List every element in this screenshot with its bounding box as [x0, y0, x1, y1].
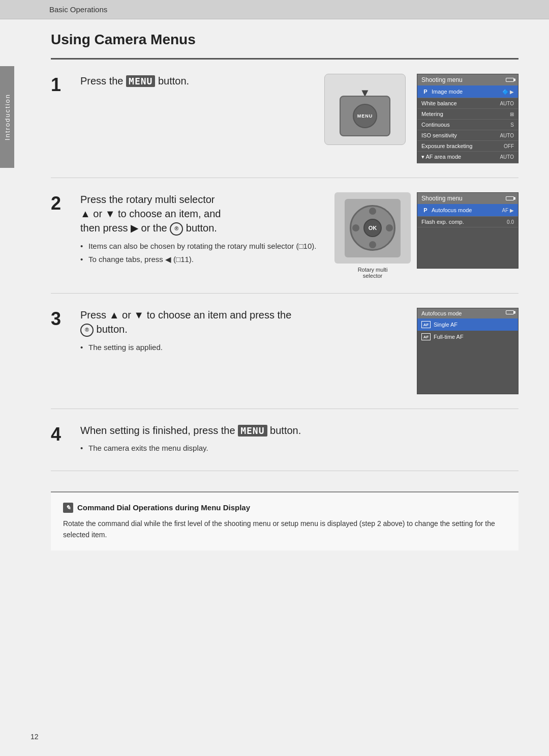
step-1-text: Press the MENU button. — [80, 74, 314, 88]
main-content: Using Camera Menus 1 Press the MENU butt… — [20, 19, 549, 591]
step-3-number: 3 — [51, 308, 70, 328]
menu-title-2: Shooting menu — [421, 195, 463, 202]
rotary-container: OK Rotary multiselector — [334, 192, 411, 279]
menu-value-4: AUTO — [500, 133, 514, 138]
sidebar-label: Introduction — [4, 94, 11, 140]
menu-row-2: Metering ⊞ — [417, 109, 518, 120]
af-item-full: Full-time AF — [434, 334, 464, 340]
step-3-bullets: The setting is applied. — [80, 342, 407, 354]
menu-value-0: 🔷 ▶ — [502, 89, 514, 95]
step-4: 4 When setting is finished, press the ME… — [51, 409, 518, 471]
step-3-text: Press ▲ or ▼ to choose an item and press… — [80, 308, 407, 337]
menu-item-5: Exposure bracketing — [421, 143, 472, 149]
menu-row-4: ISO sensitivity AUTO — [417, 130, 518, 141]
bullet-2-1: Items can also be chosen by rotating the… — [80, 241, 324, 252]
menu-item-6: ▾ AF area mode — [421, 154, 461, 160]
page-number: 12 — [30, 733, 39, 741]
menu-key-1: MENU — [126, 75, 155, 87]
step-1: 1 Press the MENU button. ▼ MENU — [51, 60, 518, 178]
menu-value-3: S — [510, 122, 514, 128]
menu-value-af: AF ▶ — [502, 208, 514, 213]
section-label: Basic Operations — [49, 5, 107, 14]
p-icon-2: P — [421, 206, 430, 214]
bullet-3-1: The setting is applied. — [80, 342, 407, 354]
menu-value-flash: 0.0 — [507, 219, 514, 225]
menu-item-3: Continuous — [421, 122, 450, 128]
note-title-text: Command Dial Operations during Menu Disp… — [77, 503, 250, 512]
p-icon: P — [421, 88, 430, 96]
step-4-bullets: The camera exits the menu display. — [80, 443, 518, 454]
menu-value-5: OFF — [504, 143, 514, 149]
menu-title-1: Shooting menu — [421, 76, 463, 83]
af-row-single: AF Single AF — [417, 318, 518, 331]
menu-row-6: ▾ AF area mode AUTO — [417, 152, 518, 163]
step-2: 2 Press the rotary multi selector▲ or ▼ … — [51, 178, 518, 294]
af-item-single: Single AF — [434, 322, 458, 328]
rotary-label: Rotary multiselector — [358, 267, 388, 279]
menu-header-2: Shooting menu — [417, 193, 518, 204]
step-2-number: 2 — [51, 192, 70, 213]
menu-item-2: Metering — [421, 111, 443, 117]
step-1-number: 1 — [51, 74, 70, 94]
menu-row-flash: Flash exp. comp. 0.0 — [417, 217, 518, 227]
menu-button-label: MENU — [357, 113, 373, 119]
menu-value-6: AUTO — [500, 154, 514, 160]
af-title: Autofocus mode — [421, 310, 462, 316]
menu-row-5: Exposure bracketing OFF — [417, 141, 518, 152]
top-bar: Basic Operations — [0, 0, 549, 19]
menu-item-0: Image mode — [432, 89, 463, 95]
menu-key-4: MENU — [238, 425, 267, 437]
menu-mockup-1: Shooting menu P Image mode 🔷 ▶ — [417, 74, 518, 163]
af-header: Autofocus mode — [417, 308, 518, 318]
menu-item-af: Autofocus mode — [432, 207, 472, 213]
ok-button-icon: ® — [170, 222, 183, 236]
note-text: Rotate the command dial while the first … — [63, 518, 506, 541]
menu-value-2: ⊞ — [510, 111, 514, 117]
note-box: ✎ Command Dial Operations during Menu Di… — [51, 491, 518, 551]
af-row-full: AF Full-time AF — [417, 331, 518, 343]
af-icon-full: AF — [421, 333, 431, 340]
menu-row-1: White balance AUTO — [417, 98, 518, 109]
af-mockup: Autofocus mode AF Single AF AF Full-time… — [417, 308, 518, 394]
note-title: ✎ Command Dial Operations during Menu Di… — [63, 503, 506, 513]
menu-row-0: P Image mode 🔷 ▶ — [417, 85, 518, 98]
menu-mockup-2: Shooting menu P Autofocus mode AF ▶ — [417, 192, 518, 269]
af-icon-single: AF — [421, 321, 431, 328]
step-4-text: When setting is finished, press the MENU… — [80, 423, 518, 438]
note-icon: ✎ — [63, 503, 73, 513]
bullet-2-2: To change tabs, press ◀ (□11). — [80, 254, 324, 266]
menu-item-flash: Flash exp. comp. — [421, 219, 464, 225]
step-4-number: 4 — [51, 423, 70, 444]
menu-value-1: AUTO — [500, 101, 514, 106]
page-title: Using Camera Menus — [51, 19, 518, 60]
step-3: 3 Press ▲ or ▼ to choose an item and pre… — [51, 294, 518, 409]
step-2-text: Press the rotary multi selector▲ or ▼ to… — [80, 192, 324, 236]
step-2-bullets: Items can also be chosen by rotating the… — [80, 241, 324, 266]
ok-button-icon-3: ® — [80, 324, 94, 337]
camera-illustration-1: ▼ MENU — [324, 74, 406, 145]
sidebar-tab: Introduction — [0, 66, 14, 168]
menu-row-af: P Autofocus mode AF ▶ — [417, 204, 518, 217]
ok-center: OK — [363, 219, 382, 237]
rotary-illustration: OK — [334, 192, 411, 264]
menu-row-3: Continuous S — [417, 120, 518, 130]
menu-header-1: Shooting menu — [417, 74, 518, 85]
menu-item-4: ISO sensitivity — [421, 132, 457, 138]
menu-item-1: White balance — [421, 100, 457, 106]
bullet-4-1: The camera exits the menu display. — [80, 443, 518, 454]
